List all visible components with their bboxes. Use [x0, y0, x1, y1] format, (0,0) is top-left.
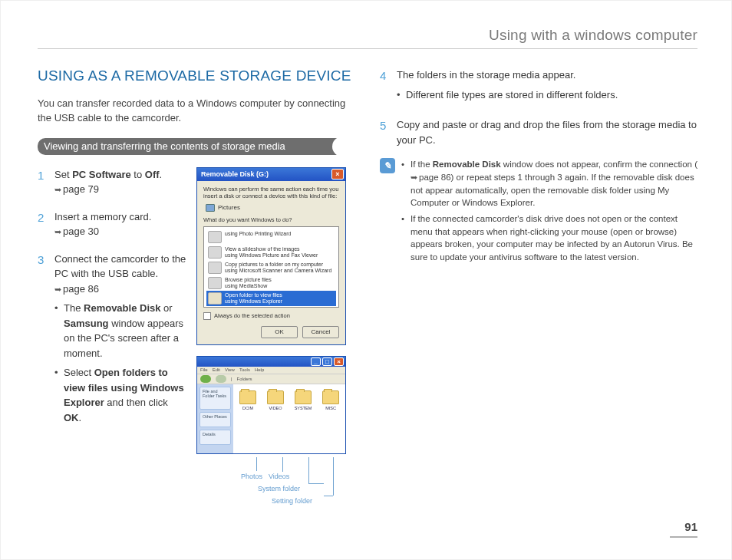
list-item: Select Open folders to view files using …	[54, 365, 187, 425]
back-button-icon[interactable]	[200, 375, 211, 383]
folder-dcim[interactable]: DCIM	[238, 390, 258, 410]
intro-paragraph: You can transfer recorded data to a Wind…	[38, 97, 352, 126]
close-icon[interactable]: ×	[334, 357, 344, 366]
list-item: The Removable Disk or Samsung window app…	[54, 301, 187, 361]
step-number: 5	[380, 117, 391, 147]
sidebar-other-places[interactable]: Other Places	[199, 412, 231, 427]
maximize-icon[interactable]: □	[322, 357, 332, 366]
two-column-layout: USING AS A REMOVABLE STORAGE DEVICE You …	[38, 68, 697, 509]
explorer-window: _ □ × FileEditViewToolsHelp |	[196, 356, 346, 454]
dialog-titlebar: Removable Disk (G:) ×	[197, 168, 345, 181]
note-icon: ✎	[380, 158, 395, 173]
dialog-body: Windows can perform the same action each…	[197, 181, 345, 344]
steps-1-3: 1 Set PC Software to Off. page 79 2 Inse…	[38, 167, 187, 509]
callout-system-folder: System folder	[258, 485, 300, 492]
slideshow-icon	[208, 246, 222, 259]
running-header: Using with a windows computer	[38, 27, 697, 44]
screenshots-column: Removable Disk (G:) × Windows can perfor…	[196, 167, 352, 509]
content-type-row: Pictures	[203, 203, 339, 213]
note-block: ✎ If the Removable Disk window does not …	[380, 158, 697, 267]
list-item: If the Removable Disk window does not ap…	[401, 158, 697, 209]
list-item: If the connected camcorder's disk drive …	[401, 212, 697, 264]
option-open-folder[interactable]: Open folder to view filesusing Windows E…	[206, 291, 336, 306]
section-title: USING AS A REMOVABLE STORAGE DEVICE	[38, 68, 352, 84]
page-number: 91	[670, 520, 697, 533]
folder-icon	[239, 390, 256, 404]
step-4-bullets: Different file types are stored in diffe…	[397, 87, 618, 103]
camera-icon	[208, 262, 222, 274]
close-icon[interactable]: ×	[331, 169, 344, 180]
note-list: If the Removable Disk window does not ap…	[401, 158, 697, 267]
explorer-body: File and Folder Tasks Other Places Detai…	[197, 384, 345, 453]
folder-open-icon	[208, 292, 222, 305]
minimize-icon[interactable]: _	[311, 357, 321, 366]
callout-photos: Photos	[241, 473, 262, 480]
removable-disk-dialog: Removable Disk (G:) × Windows can perfor…	[196, 167, 346, 345]
cancel-button[interactable]: Cancel	[302, 326, 339, 338]
step-1: 1 Set PC Software to Off. page 79	[38, 167, 187, 197]
printer-icon	[208, 231, 222, 243]
option-print[interactable]: using Photo Printing Wizard	[206, 229, 336, 245]
explorer-folder-view[interactable]: DCIM VIDEO SYSTEM MISC	[233, 384, 345, 453]
folder-system[interactable]: SYSTEM	[293, 390, 313, 410]
dialog-title: Removable Disk (G:)	[201, 170, 269, 178]
page-number-rule	[670, 536, 697, 538]
step-number: 4	[380, 68, 391, 107]
step-number: 3	[38, 252, 48, 430]
page-number-block: 91	[670, 520, 697, 538]
step-2: 2 Insert a memory card. page 30	[38, 209, 187, 239]
step-number: 2	[38, 209, 48, 239]
page-ref: page 79	[54, 182, 99, 197]
sidebar-tasks[interactable]: File and Folder Tasks	[199, 387, 231, 410]
subsection-title: Viewing and transferring the contents of…	[44, 138, 285, 155]
option-slideshow[interactable]: View a slideshow of the imagesusing Wind…	[206, 245, 336, 260]
step-5: 5 Copy and paste or drag and drop the fi…	[380, 117, 697, 147]
subsection-bar: Viewing and transferring the contents of…	[38, 138, 352, 155]
explorer-toolbar[interactable]: | Folders	[197, 374, 345, 384]
dialog-footer: OK Cancel	[203, 326, 339, 338]
always-do-checkbox-row[interactable]: Always do the selected action	[203, 312, 339, 320]
callout-videos: Videos	[269, 473, 289, 480]
picture-icon	[206, 204, 215, 212]
browse-icon	[208, 277, 222, 289]
left-body-row: 1 Set PC Software to Off. page 79 2 Inse…	[38, 167, 352, 509]
manual-page: Using with a windows computer USING AS A…	[0, 0, 732, 560]
dialog-description: Windows can perform the same action each…	[203, 186, 339, 199]
right-column: 4 The folders in the storage media appea…	[380, 68, 697, 509]
folder-misc[interactable]: MISC	[321, 390, 341, 410]
step-3-bullets: The Removable Disk or Samsung window app…	[54, 301, 187, 425]
header-rule	[38, 48, 697, 49]
dialog-prompt: What do you want Windows to do?	[203, 216, 339, 223]
folder-icon	[267, 390, 284, 404]
step-3: 3 Connect the camcorder to the PC with t…	[38, 252, 187, 430]
step-number: 1	[38, 167, 48, 197]
ok-button[interactable]: OK	[261, 326, 298, 338]
folder-icon	[295, 390, 312, 404]
sidebar-details[interactable]: Details	[199, 430, 231, 445]
option-browse[interactable]: Browse picture filesusing MediaShow	[206, 275, 336, 291]
folder-callouts: Photos Videos System folder Setting fold…	[196, 462, 346, 509]
option-copy[interactable]: Copy pictures to a folder on my computer…	[206, 260, 336, 275]
callout-setting-folder: Setting folder	[272, 497, 312, 505]
explorer-menubar[interactable]: FileEditViewToolsHelp	[197, 367, 345, 374]
folder-video[interactable]: VIDEO	[265, 390, 285, 410]
checkbox-icon[interactable]	[203, 312, 211, 320]
page-ref: page 86	[54, 282, 99, 297]
folder-icon	[322, 390, 339, 404]
page-ref: page 30	[54, 224, 99, 239]
step-4: 4 The folders in the storage media appea…	[380, 68, 697, 107]
page-ref: page 86	[411, 171, 451, 184]
explorer-sidebar: File and Folder Tasks Other Places Detai…	[197, 384, 233, 453]
forward-button-icon[interactable]	[216, 375, 226, 383]
autoplay-options-list[interactable]: using Photo Printing Wizard View a slide…	[203, 226, 339, 308]
explorer-titlebar: _ □ ×	[197, 357, 345, 367]
left-column: USING AS A REMOVABLE STORAGE DEVICE You …	[38, 68, 352, 509]
list-item: Different file types are stored in diffe…	[397, 87, 618, 103]
